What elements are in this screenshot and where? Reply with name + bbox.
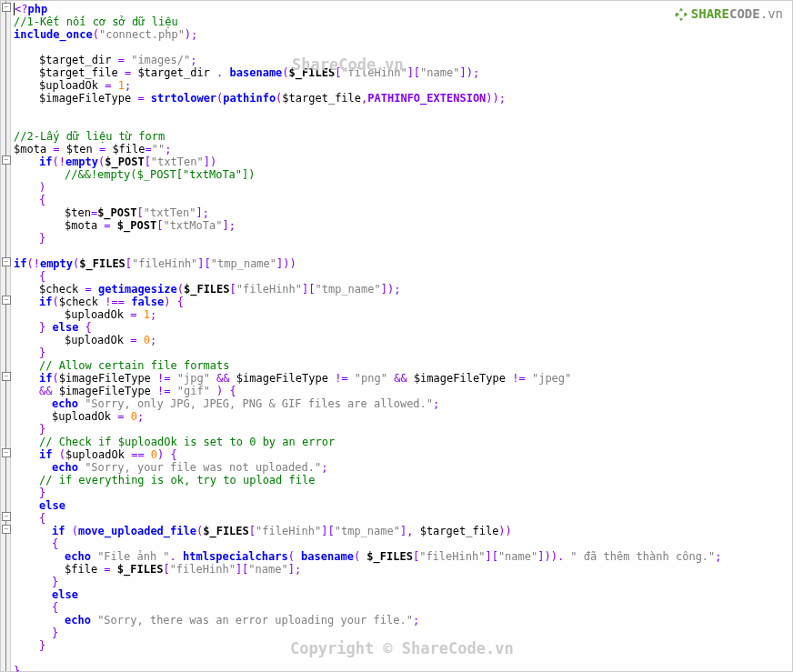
fold-toggle[interactable]: − — [2, 257, 11, 266]
code-line[interactable]: echo "File ảnh ". htmlspecialchars( base… — [14, 550, 788, 563]
code-line[interactable]: } — [14, 423, 788, 436]
code-line[interactable]: $uploadOk = 0; — [14, 334, 788, 346]
fold-toggle[interactable]: − — [2, 155, 11, 165]
code-line[interactable]: { — [14, 537, 788, 550]
code-line[interactable]: $uploadOk = 1; — [14, 308, 788, 321]
logo-text-green: SHARE — [691, 6, 729, 21]
logo-text-dark: CODE — [729, 6, 760, 21]
code-line[interactable]: else — [14, 499, 788, 512]
gutter: −−−−−−−− — [1, 1, 11, 671]
sharecode-logo: SHARECODE.vn — [673, 6, 783, 23]
code-line[interactable]: } — [14, 486, 788, 499]
code-line[interactable]: if($check !== false) { — [14, 296, 788, 308]
code-line[interactable]: if(!empty($_POST["txtTen"]) — [14, 155, 788, 168]
code-line[interactable]: } — [14, 665, 788, 672]
code-line[interactable]: include_once("connect.php"); — [14, 28, 788, 41]
code-line[interactable]: && $imageFileType != "gif" ) { — [14, 385, 788, 397]
code-line[interactable]: $uploadOk = 0; — [14, 410, 788, 423]
code-line[interactable]: } — [14, 346, 788, 359]
logo-tld: .vn — [760, 6, 783, 21]
code-line[interactable]: //&&!empty($_POST["txtMoTa"]) — [14, 168, 788, 181]
code-line[interactable]: echo "Sorry, your file was not uploaded.… — [14, 461, 788, 474]
code-line[interactable]: } — [14, 639, 788, 652]
code-line[interactable]: $ten=$_POST["txtTen"]; — [14, 206, 788, 219]
code-line[interactable]: } — [14, 627, 788, 639]
code-line[interactable]: $target_file = $target_dir . basename($_… — [14, 66, 788, 79]
code-line[interactable]: { — [14, 512, 788, 525]
code-line[interactable]: // Allow certain file formats — [14, 359, 788, 372]
code-line[interactable]: echo "Sorry, there was an error uploadin… — [14, 614, 788, 627]
code-line[interactable]: { — [14, 194, 788, 206]
code-line[interactable]: $check = getimagesize($_FILES["fileHinh"… — [14, 283, 788, 296]
fold-toggle[interactable]: − — [2, 372, 11, 381]
fold-toggle[interactable]: − — [2, 3, 11, 12]
code-line[interactable]: else — [14, 588, 788, 601]
code-line[interactable]: $target_dir = "images/"; — [14, 54, 788, 66]
code-line[interactable]: } else { — [14, 321, 788, 334]
code-line[interactable]: { — [14, 601, 788, 614]
code-line[interactable]: ) — [14, 181, 788, 194]
code-area[interactable]: <?php//1-Kết nối cơ sở dữ liệuinclude_on… — [14, 3, 788, 672]
code-line[interactable] — [14, 41, 788, 54]
code-line[interactable]: //2-Lấy dữ liệu từ form — [14, 130, 788, 143]
code-line[interactable]: } — [14, 576, 788, 588]
code-line[interactable]: $mota = $ten = $file=""; — [14, 143, 788, 155]
code-editor[interactable]: −−−−−−−− <?php//1-Kết nối cơ sở dữ liệui… — [0, 0, 793, 672]
fold-toggle[interactable]: − — [2, 296, 11, 305]
code-line[interactable]: if (move_uploaded_file($_FILES["fileHinh… — [14, 525, 788, 537]
code-line[interactable]: } — [14, 232, 788, 245]
code-line[interactable]: { — [14, 270, 788, 283]
code-line[interactable]: echo "Sorry, only JPG, JPEG, PNG & GIF f… — [14, 397, 788, 410]
recycle-icon — [673, 6, 689, 23]
code-line[interactable] — [14, 245, 788, 257]
code-line[interactable] — [14, 117, 788, 130]
code-line[interactable] — [14, 652, 788, 665]
code-line[interactable]: // if everything is ok, try to upload fi… — [14, 474, 788, 486]
code-line[interactable]: if ($uploadOk == 0) { — [14, 448, 788, 461]
fold-toggle[interactable]: − — [2, 525, 11, 534]
code-line[interactable] — [14, 105, 788, 117]
code-line[interactable]: if(!empty($_FILES["fileHinh"]["tmp_name"… — [14, 257, 788, 270]
code-line[interactable]: // Check if $uploadOk is set to 0 by an … — [14, 436, 788, 448]
code-line[interactable]: if($imageFileType != "jpg" && $imageFile… — [14, 372, 788, 385]
code-line[interactable]: $imageFileType = strtolower(pathinfo($ta… — [14, 92, 788, 105]
fold-toggle[interactable]: − — [2, 448, 11, 457]
fold-toggle[interactable]: − — [2, 512, 11, 521]
code-line[interactable]: $file = $_FILES["fileHinh"]["name"]; — [14, 563, 788, 576]
code-line[interactable]: $mota = $_POST["txtMoTa"]; — [14, 219, 788, 232]
code-line[interactable]: $uploadOk = 1; — [14, 79, 788, 92]
